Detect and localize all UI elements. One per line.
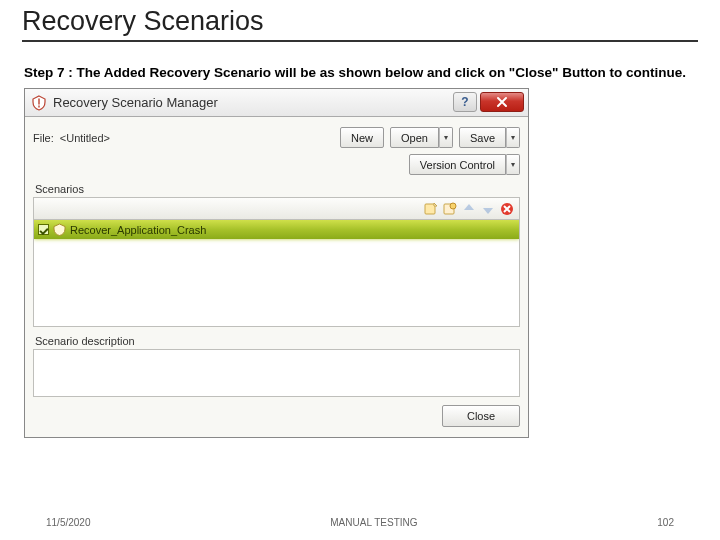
step-instruction: Step 7 : The Added Recovery Scenario wil… <box>0 64 720 89</box>
description-box <box>33 349 520 397</box>
scenario-checkbox[interactable] <box>38 224 49 235</box>
close-window-button[interactable] <box>480 92 524 112</box>
new-button[interactable]: New <box>340 127 384 148</box>
open-dropdown[interactable]: ▾ <box>439 127 453 148</box>
title-underline <box>22 40 698 42</box>
file-value: <Untitled> <box>60 132 334 144</box>
scenario-item[interactable]: Recover_Application_Crash <box>34 220 519 239</box>
footer-date: 11/5/2020 <box>46 517 91 528</box>
move-up-icon <box>461 201 477 217</box>
svg-point-2 <box>450 203 456 209</box>
open-button[interactable]: Open <box>390 127 439 148</box>
file-row: File: <Untitled> New Open ▾ Save ▾ <box>33 127 520 148</box>
dialog-body: File: <Untitled> New Open ▾ Save ▾ Versi… <box>25 117 528 437</box>
scenario-name: Recover_Application_Crash <box>70 224 206 236</box>
footer-center: MANUAL TESTING <box>91 517 658 528</box>
page-title: Recovery Scenarios <box>0 0 720 40</box>
recovery-manager-dialog: Recovery Scenario Manager ? File: <Untit… <box>24 88 529 438</box>
footer-page-number: 102 <box>657 517 674 528</box>
file-label: File: <box>33 132 54 144</box>
save-dropdown[interactable]: ▾ <box>506 127 520 148</box>
scenarios-list[interactable]: Recover_Application_Crash <box>33 219 520 327</box>
scenarios-label: Scenarios <box>35 183 520 195</box>
scenarios-toolbar <box>33 197 520 219</box>
edit-scenario-icon[interactable] <box>442 201 458 217</box>
version-control-dropdown[interactable]: ▾ <box>506 154 520 175</box>
add-scenario-icon[interactable] <box>423 201 439 217</box>
save-button[interactable]: Save <box>459 127 506 148</box>
recovery-icon <box>31 95 47 111</box>
close-icon <box>496 96 508 108</box>
delete-scenario-icon[interactable] <box>499 201 515 217</box>
move-down-icon <box>480 201 496 217</box>
help-button[interactable]: ? <box>453 92 477 112</box>
version-control-button[interactable]: Version Control <box>409 154 506 175</box>
dialog-titlebar: Recovery Scenario Manager ? <box>25 89 528 117</box>
close-button[interactable]: Close <box>442 405 520 427</box>
slide-footer: 11/5/2020 MANUAL TESTING 102 <box>0 517 720 528</box>
dialog-title: Recovery Scenario Manager <box>53 95 218 110</box>
scenario-icon <box>53 223 66 236</box>
description-label: Scenario description <box>35 335 520 347</box>
